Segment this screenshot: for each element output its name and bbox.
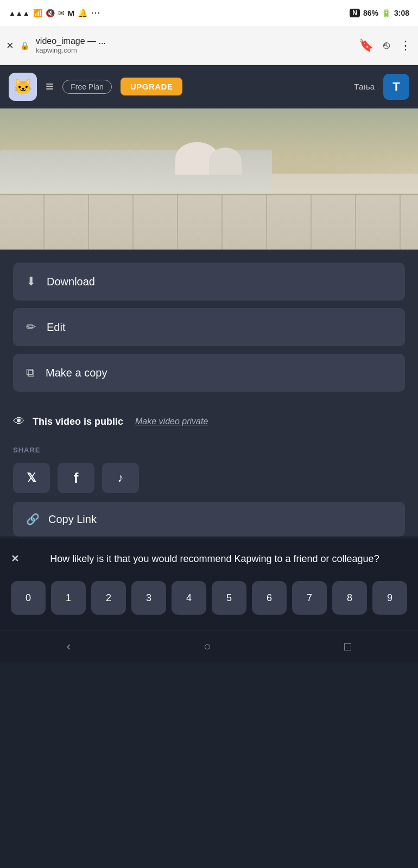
gmail-icon: M [68,9,75,18]
clock: 3:08 [394,9,409,17]
share-section: SHARE 𝕏 f ♪ 🔗 Copy Link [13,442,405,537]
browser-bar: × 🔒 video_image — ... kapwing.com 🔖 ⎋ ⋮ [0,26,418,65]
download-label: Download [47,276,95,288]
recents-button[interactable]: □ [344,640,351,654]
make-copy-label: Make a copy [46,367,107,379]
status-right: N 86% 🔋 3:08 [350,9,409,17]
public-status-text: This video is public [33,416,123,427]
edit-icon: ✏ [26,320,36,334]
user-name: Tања [354,82,375,91]
kapwing-logo: 🐱 [9,73,37,101]
silent-icon: 🔇 [46,9,55,17]
download-icon: ⬇ [26,275,36,289]
battery-percent: 86% [363,9,378,17]
url-area: video_image — ... kapwing.com [36,36,352,54]
status-left: ▲▲▲ 📶 🔇 ✉ M 🔔 ··· [9,8,101,18]
tiktok-icon: ♪ [118,471,124,485]
free-plan-badge[interactable]: Free Plan [62,80,112,94]
edit-label: Edit [47,321,65,334]
bookmark-icon[interactable]: 🔖 [359,39,373,53]
tiktok-share-button[interactable]: ♪ [102,463,139,493]
browser-action-icons: 🔖 ⎋ ⋮ [359,39,411,53]
nps-score-3[interactable]: 3 [131,581,166,615]
copy-link-button[interactable]: 🔗 Copy Link [13,502,405,537]
nps-score-1[interactable]: 1 [51,581,86,615]
copy-icon: ⧉ [26,366,35,380]
nps-score-6[interactable]: 6 [252,581,287,615]
android-nav-bar: ‹ ○ □ [0,630,418,662]
facebook-icon: f [74,470,79,487]
nps-survey: ✕ How likely is it that you would recomm… [0,539,418,630]
share-icon[interactable]: ⎋ [383,39,390,52]
wifi-icon: 📶 [33,9,42,17]
back-button[interactable]: ‹ [67,640,71,654]
notification-icon: 🔔 [78,8,88,18]
menu-icon[interactable]: ⋮ [400,39,411,53]
nps-numbers-row: 0 1 2 3 4 5 6 7 8 9 [11,581,407,615]
share-label: SHARE [13,446,405,454]
video-image [0,108,418,250]
video-thumbnail [0,108,418,250]
nps-header-row: ✕ How likely is it that you would recomm… [11,552,407,566]
edit-button[interactable]: ✏ Edit [13,308,405,346]
link-icon: 🔗 [26,513,40,526]
download-button[interactable]: ⬇ Download [13,263,405,301]
twitter-icon: 𝕏 [27,471,36,485]
n-badge: N [350,9,360,17]
home-button[interactable]: ○ [204,640,211,654]
copy-link-label: Copy Link [48,513,97,526]
nps-score-7[interactable]: 7 [292,581,327,615]
browser-close-button[interactable]: × [7,39,14,53]
hamburger-menu-icon[interactable]: ≡ [46,78,54,95]
nps-score-5[interactable]: 5 [212,581,246,615]
logo-emoji: 🐱 [14,78,33,95]
email-icon: ✉ [58,9,65,17]
more-dots: ··· [91,9,101,17]
user-avatar[interactable]: T [383,74,409,100]
eye-icon: 👁 [13,414,25,429]
lock-icon: 🔒 [20,41,29,50]
domain-label: kapwing.com [36,46,352,54]
social-share-row: 𝕏 f ♪ [13,463,405,493]
page-title: video_image — ... [36,36,352,46]
nps-score-9[interactable]: 9 [372,581,407,615]
nps-question-text: How likely is it that you would recommen… [22,552,407,566]
upgrade-button[interactable]: UPGRADE [121,78,183,95]
visibility-status: 👁 This video is public Make video privat… [13,399,405,442]
nps-score-0[interactable]: 0 [11,581,46,615]
nps-score-4[interactable]: 4 [172,581,206,615]
twitter-share-button[interactable]: 𝕏 [13,463,50,493]
kapwing-header: 🐱 ≡ Free Plan UPGRADE Tања T [0,65,418,108]
make-copy-button[interactable]: ⧉ Make a copy [13,354,405,392]
main-content: ⬇ Download ✏ Edit ⧉ Make a copy 👁 This v… [0,250,418,537]
facebook-share-button[interactable]: f [58,463,94,493]
nps-score-8[interactable]: 8 [332,581,367,615]
battery-icon: 🔋 [382,9,391,17]
signal-icon: ▲▲▲ [9,9,30,17]
nps-close-button[interactable]: ✕ [11,553,19,565]
nps-score-2[interactable]: 2 [91,581,126,615]
status-bar: ▲▲▲ 📶 🔇 ✉ M 🔔 ··· N 86% 🔋 3:08 [0,0,418,26]
make-private-link[interactable]: Make video private [135,417,208,426]
